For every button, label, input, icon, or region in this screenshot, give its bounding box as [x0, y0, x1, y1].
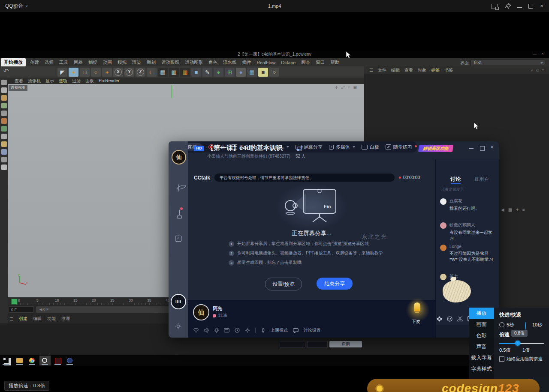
mic-toggle-label[interactable]: 下麦 — [412, 319, 420, 325]
c4d-menu-item[interactable]: 工具 — [59, 60, 68, 66]
dialog-maximize-button[interactable] — [480, 146, 485, 151]
file-explorer-icon[interactable] — [16, 358, 23, 363]
left-tool-icon[interactable] — [1, 87, 7, 93]
x-axis-icon[interactable]: X — [113, 68, 123, 77]
flower-effects-icon[interactable] — [437, 316, 442, 322]
tasks-icon[interactable]: ✓ — [175, 236, 181, 242]
viewport-menu-item[interactable]: 选项 — [59, 78, 67, 84]
material-menu-item[interactable]: 纹理 — [61, 316, 70, 322]
left-tool-icon[interactable] — [1, 141, 7, 147]
seek-5s-label[interactable]: 5秒 — [507, 322, 514, 328]
share-ratio-dropdown[interactable] — [307, 341, 328, 347]
om-menu-item[interactable]: 查看 — [404, 67, 413, 73]
maximize-button[interactable] — [528, 4, 533, 9]
class-avatar[interactable]: 仙 — [172, 150, 186, 165]
mic-icon[interactable] — [214, 328, 219, 333]
render-settings-icon[interactable]: ▥ — [180, 68, 190, 77]
screen-share-button[interactable]: 屏幕分享 — [296, 144, 323, 150]
whiteboard-button[interactable]: 白板 — [362, 144, 379, 150]
om-menu-item[interactable]: 对象 — [418, 67, 426, 73]
left-tool-icon[interactable] — [1, 149, 7, 155]
c4d-menu-item[interactable]: 模拟 — [118, 60, 127, 66]
c4d-menu-item[interactable]: 帮助 — [330, 60, 339, 66]
chat-avatar[interactable] — [440, 198, 446, 205]
start-button-icon[interactable] — [3, 358, 9, 363]
mini-player-icon[interactable] — [492, 4, 498, 9]
left-tool-icon[interactable] — [1, 80, 7, 85]
left-tool-icon[interactable] — [1, 111, 7, 116]
chrome-icon[interactable] — [29, 358, 35, 363]
end-share-button[interactable]: 结束分享 — [317, 278, 353, 290]
always-apply-checkbox[interactable] — [499, 356, 504, 362]
c4d-menu-item[interactable]: 创建 — [30, 60, 39, 66]
pen-spline-icon[interactable]: ✎ — [202, 68, 212, 77]
network-wifi-icon[interactable] — [193, 328, 199, 333]
viewport-menu-item[interactable]: 过滤 — [72, 78, 81, 84]
left-tool-icon[interactable] — [1, 134, 7, 139]
c4d-menu-item[interactable]: 插件 — [242, 60, 251, 66]
c4d-menu-item[interactable]: Octane — [281, 60, 296, 65]
chat-avatar[interactable] — [440, 222, 446, 229]
viewport-menu-item[interactable]: 面板 — [85, 78, 94, 84]
c4d-menu-item[interactable]: 捕捉 — [88, 60, 97, 66]
player-menu-tab-1[interactable]: 播放 — [469, 308, 494, 319]
chat-avatar[interactable] — [440, 274, 446, 280]
cursor-tool-icon[interactable]: ◤ — [57, 68, 67, 77]
viewport-nav-icons[interactable]: ✛⤢○▣ — [335, 85, 360, 90]
settings-icon[interactable] — [245, 328, 250, 333]
left-tool-icon[interactable] — [1, 157, 7, 162]
close-button[interactable]: × — [537, 0, 546, 12]
minimize-button[interactable] — [517, 7, 522, 8]
floor-grid-icon[interactable]: ▦ — [247, 68, 257, 77]
player-menu-tab-6[interactable]: 字幕样式 — [469, 363, 494, 374]
left-tool-icon[interactable] — [1, 118, 7, 124]
render-view-icon[interactable]: ▦ — [158, 68, 168, 77]
dialog-close-button[interactable]: × — [490, 143, 494, 150]
c4d-menu-item[interactable]: 动画 — [103, 60, 112, 66]
discover-icon[interactable] — [178, 184, 179, 192]
move-tool-icon[interactable]: + — [69, 68, 78, 77]
material-menu-item[interactable]: 创建 — [19, 316, 27, 322]
om-menu-item[interactable]: 标签 — [431, 67, 440, 73]
left-tool-icon[interactable] — [1, 126, 7, 132]
class-mode-label[interactable]: 上课模式 — [271, 327, 288, 333]
multimedia-button[interactable]: 多媒体 — [329, 144, 355, 150]
settings-gear-icon[interactable] — [175, 323, 181, 329]
player-menu-tab-3[interactable]: 色彩 — [469, 330, 494, 341]
c4d-menu-item[interactable]: 运动跟踪 — [161, 60, 179, 66]
cube-primitive-icon[interactable]: ■ — [191, 68, 201, 77]
speed-mid-label[interactable]: 1倍 — [522, 347, 530, 353]
subdivision-icon[interactable]: ● — [214, 68, 223, 77]
emoji-icon[interactable] — [447, 316, 452, 322]
c4d-menu-item[interactable]: 渲染 — [132, 60, 141, 66]
axis-lock-icon[interactable]: + — [102, 68, 112, 77]
c4d-menu-item[interactable]: 运动图形 — [185, 60, 203, 66]
seek-10s-radio[interactable] — [525, 322, 526, 330]
user-avatar[interactable]: 仙 — [193, 304, 209, 320]
tab-members[interactable]: 群用户 — [474, 176, 489, 183]
material-menu-item[interactable]: 编辑 — [33, 316, 42, 322]
object-manager-icons[interactable]: ⌕◇≡ — [531, 68, 547, 73]
viewport-menu-item[interactable]: 显示 — [45, 78, 54, 84]
z-axis-icon[interactable]: Z — [136, 68, 145, 77]
c4d-menu-item[interactable]: RealFlow — [257, 60, 276, 65]
left-tool-icon[interactable] — [1, 103, 7, 108]
seek-10s-label[interactable]: 10秒 — [532, 322, 542, 328]
om-menu-item[interactable]: 书签 — [444, 67, 453, 73]
c4d-menu-item[interactable]: 脚本 — [301, 60, 310, 66]
attribute-panel-icons[interactable]: ◀▦+≡ — [501, 207, 529, 212]
messages-icon[interactable] — [179, 209, 180, 218]
rotate-tool-icon[interactable]: ○ — [91, 68, 101, 77]
scale-tool-icon[interactable]: □ — [80, 68, 90, 77]
deformer-icon[interactable]: ● — [236, 68, 246, 77]
scissors-screenshot-icon[interactable] — [457, 316, 463, 322]
om-menu-item[interactable]: 编辑 — [391, 67, 400, 73]
menu-burger-icon[interactable]: ☰ — [369, 68, 373, 72]
class-mode-pen-icon[interactable] — [261, 328, 265, 333]
speed-min-label[interactable]: 0.5倍 — [499, 347, 510, 353]
menu-burger-icon[interactable]: ☰ — [9, 317, 13, 321]
share-scope-dropdown[interactable] — [280, 341, 305, 347]
quiz-button[interactable]: 随堂练习 — [386, 144, 417, 150]
mic-level-button[interactable]: IIII — [171, 294, 186, 309]
dialog-minimize-button[interactable] — [469, 148, 474, 149]
